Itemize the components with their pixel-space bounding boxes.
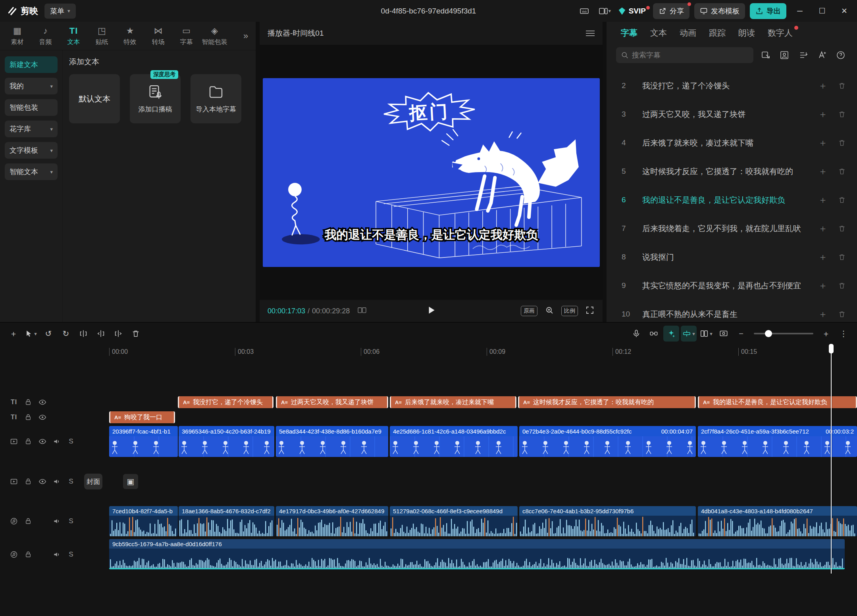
tab-text[interactable]: 文本 <box>650 27 667 38</box>
caption-row[interactable]: 7后来我绕着走，它见不到我，就在院儿里乱吠＋ <box>607 214 857 243</box>
delete-caption-icon[interactable] <box>838 310 846 318</box>
delete-caption-icon[interactable] <box>838 167 846 175</box>
sidebar-item-mine[interactable]: 我的▾ <box>5 78 58 94</box>
trim-left-tool[interactable] <box>93 326 109 342</box>
tab-read-aloud[interactable]: 朗读 <box>738 27 755 38</box>
ratio-button[interactable]: 比例 <box>561 306 578 316</box>
audio-clip[interactable]: 7ced10b4-82f7-4da5-b <box>109 506 178 536</box>
add-caption-icon[interactable]: ＋ <box>818 81 828 90</box>
video-clip[interactable]: 20396ff7-fcac-4bf1-b1 <box>109 426 178 457</box>
trim-right-tool[interactable] <box>110 326 126 342</box>
video-clip[interactable]: 5e8ad344-423f-438e-8d86-b160da7e9 <box>276 426 388 457</box>
tab-digital-human[interactable]: 数字人 <box>768 27 793 38</box>
zoom-in-button[interactable]: ＋ <box>818 326 834 342</box>
tab-audio[interactable]: ♪音频 <box>31 26 60 46</box>
smart-edit-toggle[interactable] <box>663 326 679 342</box>
music-clip[interactable]: 9cb59cc5-1679-4a7b-aa8e-d0d16d0ff176 <box>109 539 845 570</box>
batch-edit-icon[interactable] <box>759 48 772 62</box>
delete-caption-icon[interactable] <box>838 139 846 147</box>
default-text-card[interactable]: 默认文本 <box>69 74 120 123</box>
add-caption-icon[interactable]: ＋ <box>818 195 828 205</box>
add-script-card[interactable]: 深度思考 添加口播稿 <box>130 74 181 123</box>
ripple-edit-toggle[interactable] <box>646 326 662 342</box>
add-media-button[interactable]: ＋ <box>6 326 21 342</box>
text-clip[interactable]: A≡后来饿了就来咬，凑过来就下嘴 <box>390 396 516 408</box>
speaker-portrait-icon[interactable] <box>778 48 791 62</box>
maximize-button[interactable]: ☐ <box>813 3 831 19</box>
audio-clip[interactable]: c8cc7e06-7e40-4ab1-b3b2-95dd730f97b6 <box>519 506 696 536</box>
caption-row[interactable]: 2我没打它，递了个冷馒头＋ <box>607 71 857 100</box>
caption-row-active[interactable]: 6我的退让不是善良，是让它认定我好欺负＋ <box>607 186 857 214</box>
record-voiceover-button[interactable] <box>628 326 644 342</box>
caption-row[interactable]: 9其实它愤怒的不是我变坏，是再也占不到便宜＋ <box>607 271 857 300</box>
delete-button[interactable] <box>128 326 144 342</box>
linkage-toggle[interactable]: ▾ <box>698 326 714 342</box>
caption-row[interactable]: 3过两天它又咬，我又递了块饼＋ <box>607 100 857 129</box>
zoom-out-button[interactable]: − <box>733 326 749 342</box>
tab-effects[interactable]: ★特效 <box>116 26 144 46</box>
import-subtitle-card[interactable]: 导入本地字幕 <box>191 74 241 123</box>
video-clip[interactable]: 4e25d686-1c81-42c6-a148-03496a9bbd2c <box>390 426 518 457</box>
original-quality-button[interactable]: 原画 <box>521 306 537 316</box>
video-preview[interactable]: 抠门 我的退让不是善良，是让它认定我好欺负 <box>263 78 600 267</box>
tab-smart-package[interactable]: ◈智能包装 <box>200 26 229 46</box>
add-caption-icon[interactable]: ＋ <box>818 281 828 290</box>
playhead-handle[interactable] <box>829 344 834 353</box>
add-caption-icon[interactable]: ＋ <box>818 224 828 233</box>
audio-clip[interactable]: 51279a02-068c-466f-8ef3-c9ecee98849d <box>390 506 518 536</box>
play-button[interactable] <box>426 305 436 317</box>
search-input[interactable] <box>632 51 749 59</box>
player-menu-icon[interactable] <box>586 31 595 36</box>
sidebar-item-new-text[interactable]: 新建文本 <box>5 56 58 73</box>
caption-search[interactable] <box>616 47 753 63</box>
font-style-icon[interactable] <box>815 48 828 62</box>
select-tool[interactable]: ▾ <box>23 326 39 342</box>
menu-button[interactable]: 菜单 ▾ <box>44 4 76 19</box>
video-clip[interactable]: 0e72b4e3-2a0e-4644-b0c9-88d55cfc92fc00:0… <box>519 426 696 457</box>
sidebar-item-smart-text[interactable]: 智能文本▾ <box>5 163 58 180</box>
caption-row[interactable]: 8说我抠门＋ <box>607 243 857 271</box>
tab-tracking[interactable]: 跟踪 <box>709 27 726 38</box>
help-icon[interactable] <box>834 48 847 62</box>
delete-caption-icon[interactable] <box>838 253 846 261</box>
playhead[interactable] <box>831 345 832 574</box>
fullscreen-icon[interactable] <box>585 305 595 317</box>
cover-clip[interactable]: ▣ <box>123 474 138 489</box>
export-button[interactable]: 导出 <box>750 3 786 19</box>
zoom-slider[interactable] <box>754 333 813 334</box>
sidebar-item-smart-package[interactable]: 智能包装 <box>5 99 58 116</box>
sidebar-item-fancy-text[interactable]: 花字库▾ <box>5 121 58 137</box>
tab-media[interactable]: ▦素材 <box>3 26 31 46</box>
caption-row[interactable]: 10真正喂不熟的从来不是畜生＋ <box>607 300 857 322</box>
expand-panel-icon[interactable]: » <box>239 31 252 41</box>
delete-caption-icon[interactable] <box>838 82 846 90</box>
shortcut-keyboard-icon[interactable] <box>576 4 592 18</box>
audio-clip[interactable]: 4db041a8-c43e-4803-a148-b4fd080b2647 <box>698 506 857 536</box>
preview-quality-icon[interactable] <box>716 326 732 342</box>
add-caption-icon[interactable]: ＋ <box>818 167 828 176</box>
add-caption-icon[interactable]: ＋ <box>818 109 828 119</box>
fit-zoom-icon[interactable] <box>545 305 554 317</box>
delete-caption-icon[interactable] <box>838 110 846 118</box>
close-button[interactable]: ✕ <box>836 3 853 19</box>
add-caption-icon[interactable]: ＋ <box>818 138 828 148</box>
delete-caption-icon[interactable] <box>838 282 846 290</box>
zoom-slider-knob[interactable] <box>765 330 772 337</box>
text-clip[interactable]: A≡我没打它，递了个冷馒头 <box>178 396 273 408</box>
tab-stickers[interactable]: ◳贴纸 <box>88 26 116 46</box>
more-options-icon[interactable]: ⋮ <box>836 326 851 342</box>
tab-animation[interactable]: 动画 <box>680 27 696 38</box>
split-tool[interactable] <box>75 326 91 342</box>
snap-toggle[interactable]: ▾ <box>681 326 697 342</box>
delete-caption-icon[interactable] <box>838 196 846 204</box>
publish-template-button[interactable]: 发布模板 <box>694 3 745 19</box>
video-clip[interactable]: 36965346-a150-4c20-b63f-24b19 <box>179 426 274 457</box>
caption-row[interactable]: 4后来饿了就来咬，凑过来就下嘴＋ <box>607 129 857 157</box>
sidebar-item-text-templates[interactable]: 文字模板▾ <box>5 142 58 159</box>
caption-row[interactable]: 5这时候我才反应，它摸透了：咬我就有吃的＋ <box>607 157 857 186</box>
add-caption-icon[interactable]: ＋ <box>818 252 828 262</box>
add-caption-icon[interactable]: ＋ <box>818 309 828 319</box>
redo-button[interactable]: ↻ <box>58 326 74 342</box>
audio-clip[interactable]: 18ae1366-8ab5-4676-832d-c7df2 <box>179 506 274 536</box>
delete-caption-icon[interactable] <box>838 225 846 232</box>
